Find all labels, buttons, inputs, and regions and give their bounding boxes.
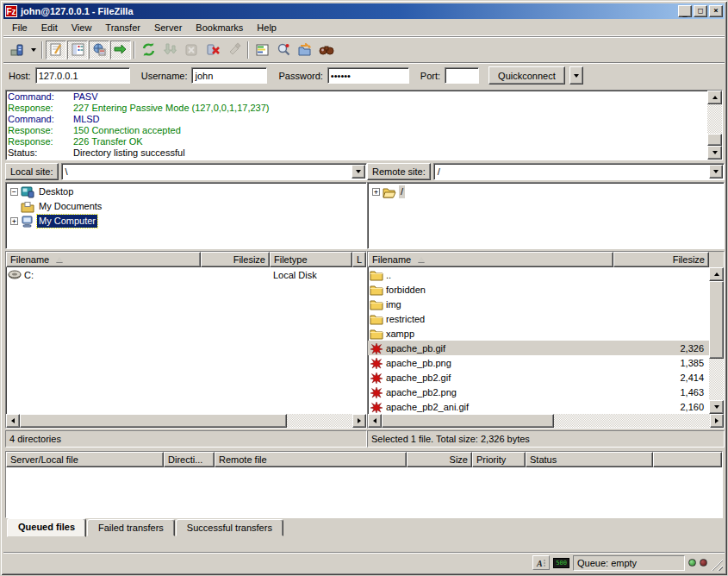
menu-file[interactable]: File bbox=[5, 21, 34, 34]
remote-vscrollbar[interactable] bbox=[709, 267, 724, 414]
transfer-queue: Server/Local file Directi... Remote file… bbox=[5, 451, 723, 518]
tree-item-my-documents[interactable]: My Documents bbox=[8, 199, 366, 214]
menu-help[interactable]: Help bbox=[250, 21, 283, 34]
local-file-row-c-drive[interactable]: C: Local Disk bbox=[6, 267, 366, 282]
toggle-queue-button[interactable] bbox=[110, 41, 131, 59]
column-remote-file[interactable]: Remote file bbox=[215, 452, 407, 467]
menu-transfer[interactable]: Transfer bbox=[98, 21, 147, 34]
remote-file-row[interactable]: apache_pb2_ani.gif 2,160 bbox=[368, 399, 709, 414]
resize-grip[interactable] bbox=[711, 559, 723, 571]
remote-hscrollbar[interactable] bbox=[368, 414, 724, 428]
log-scrollbar[interactable] bbox=[707, 91, 722, 160]
log-line: Command:PASV bbox=[8, 91, 706, 103]
refresh-button[interactable] bbox=[138, 41, 159, 59]
remote-file-row[interactable]: apache_pb2.png 1,463 bbox=[368, 385, 709, 399]
remote-file-row[interactable]: apache_pb.png 1,385 bbox=[368, 355, 709, 370]
column-direction[interactable]: Directi... bbox=[164, 452, 215, 467]
toggle-message-log-button[interactable] bbox=[46, 41, 66, 59]
tree-item-desktop[interactable]: − Desktop bbox=[8, 185, 366, 199]
image-file-icon bbox=[370, 342, 383, 354]
expand-icon[interactable]: + bbox=[372, 188, 380, 196]
scroll-right-icon[interactable] bbox=[352, 414, 366, 428]
scroll-left-icon[interactable] bbox=[368, 414, 382, 428]
column-filetype[interactable]: Filetype bbox=[270, 252, 352, 267]
scroll-thumb[interactable] bbox=[707, 134, 722, 146]
site-manager-dropdown[interactable] bbox=[28, 41, 39, 59]
filter-button[interactable] bbox=[252, 41, 272, 59]
menu-bookmarks[interactable]: Bookmarks bbox=[189, 21, 250, 34]
remote-file-row[interactable]: xampp bbox=[368, 326, 709, 341]
folder-icon bbox=[370, 298, 383, 310]
scroll-down-icon[interactable] bbox=[709, 400, 724, 414]
column-size[interactable]: Size bbox=[407, 452, 472, 467]
combo-dropdown-icon[interactable] bbox=[352, 165, 365, 178]
remote-file-row[interactable]: apache_pb2.gif 2,414 bbox=[368, 370, 709, 385]
queue-view-icon bbox=[113, 43, 128, 57]
port-input[interactable] bbox=[445, 67, 479, 84]
quickconnect-bar: Host: Username: Password: Port: Quickcon… bbox=[3, 62, 725, 88]
filezilla-window: Fz john@127.0.0.1 - FileZilla _ □ × File… bbox=[0, 0, 728, 576]
disconnect-icon bbox=[206, 42, 221, 57]
tree-item-my-computer[interactable]: + My Computer bbox=[8, 214, 366, 229]
remote-file-row[interactable]: forbidden bbox=[368, 282, 709, 297]
directory-comparison-icon bbox=[277, 42, 291, 57]
toggle-remote-tree-button[interactable] bbox=[89, 41, 109, 59]
cancel-operation-button[interactable] bbox=[181, 41, 202, 59]
scroll-up-icon[interactable] bbox=[709, 267, 724, 281]
column-filename[interactable]: Filename bbox=[368, 252, 613, 267]
column-filesize[interactable]: Filesize bbox=[201, 252, 270, 267]
scroll-thumb[interactable] bbox=[382, 414, 554, 428]
tree-item-root[interactable]: + / bbox=[370, 185, 724, 199]
local-hscrollbar[interactable] bbox=[6, 414, 366, 428]
scroll-down-icon[interactable] bbox=[707, 146, 722, 160]
menu-server[interactable]: Server bbox=[147, 21, 189, 34]
remote-site-value: / bbox=[434, 164, 708, 179]
scroll-thumb[interactable] bbox=[709, 281, 724, 359]
scroll-thumb[interactable] bbox=[20, 414, 287, 428]
menu-view[interactable]: View bbox=[65, 21, 99, 34]
expand-icon[interactable]: + bbox=[10, 217, 18, 225]
directory-comparison-button[interactable] bbox=[273, 41, 294, 59]
remote-site-combo[interactable]: / bbox=[433, 163, 725, 180]
local-site-combo[interactable]: \ bbox=[61, 163, 367, 180]
tab-failed-transfers[interactable]: Failed transfers bbox=[87, 519, 175, 536]
folder-icon bbox=[370, 284, 383, 296]
column-last-modified[interactable]: L bbox=[352, 252, 366, 267]
remote-file-row-selected[interactable]: apache_pb.gif 2,326 bbox=[368, 341, 709, 355]
remote-file-row[interactable]: .. bbox=[368, 267, 709, 282]
collapse-icon[interactable]: − bbox=[10, 188, 18, 196]
tab-successful-transfers[interactable]: Successful transfers bbox=[176, 519, 283, 536]
scroll-left-icon[interactable] bbox=[6, 414, 20, 428]
reconnect-button[interactable] bbox=[224, 41, 245, 59]
process-queue-button[interactable] bbox=[159, 41, 180, 59]
column-filename[interactable]: Filename bbox=[6, 252, 201, 267]
speed-limit-icon[interactable]: 500 bbox=[553, 558, 569, 568]
menu-edit[interactable]: Edit bbox=[34, 21, 65, 34]
quickconnect-dropdown[interactable] bbox=[569, 66, 583, 85]
column-filesize[interactable]: Filesize bbox=[613, 252, 709, 267]
find-files-button[interactable] bbox=[316, 41, 337, 59]
tab-queued-files[interactable]: Queued files bbox=[7, 518, 86, 537]
toggle-local-tree-button[interactable] bbox=[67, 41, 88, 59]
maximize-button[interactable]: □ bbox=[694, 5, 707, 17]
filter-icon bbox=[255, 43, 270, 57]
quickconnect-button[interactable]: Quickconnect bbox=[488, 66, 565, 85]
synchronized-browsing-button[interactable] bbox=[295, 41, 315, 59]
close-button[interactable]: × bbox=[709, 5, 723, 17]
column-server-local-file[interactable]: Server/Local file bbox=[6, 452, 164, 467]
toolbar-separator bbox=[41, 41, 43, 59]
column-status[interactable]: Status bbox=[526, 452, 653, 467]
username-input[interactable] bbox=[191, 67, 267, 84]
local-status-text: 4 directories bbox=[5, 430, 367, 448]
column-priority[interactable]: Priority bbox=[472, 452, 526, 467]
remote-file-row[interactable]: restricted bbox=[368, 311, 709, 326]
scroll-up-icon[interactable] bbox=[707, 91, 722, 104]
site-manager-button[interactable] bbox=[7, 41, 28, 59]
password-input[interactable] bbox=[327, 67, 409, 84]
scroll-right-icon[interactable] bbox=[710, 414, 724, 428]
host-input[interactable] bbox=[35, 67, 130, 84]
minimize-button[interactable]: _ bbox=[678, 5, 692, 17]
disconnect-button[interactable] bbox=[202, 41, 223, 59]
remote-file-row[interactable]: img bbox=[368, 297, 709, 311]
combo-dropdown-icon[interactable] bbox=[709, 165, 723, 178]
